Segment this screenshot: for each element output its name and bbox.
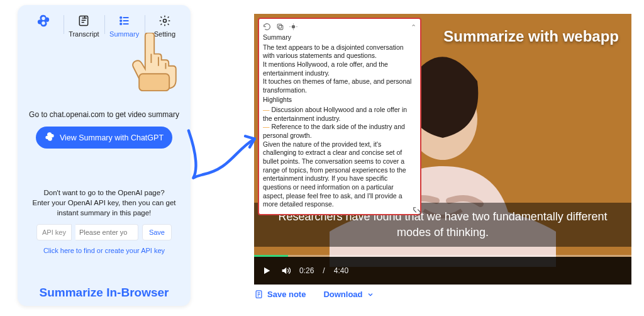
note-icon	[254, 290, 264, 299]
tab-separator	[145, 15, 145, 34]
save-note-link[interactable]: Save note	[254, 290, 306, 299]
refresh-icon[interactable]	[263, 23, 271, 31]
tab-label: Transcript	[69, 30, 99, 38]
mid-instruction: Go to chat.openai.com to get video summa…	[25, 110, 183, 119]
tab-logo[interactable]	[25, 13, 62, 29]
svg-point-1	[120, 17, 121, 18]
openai-mini-icon[interactable]	[289, 23, 297, 31]
tab-separator	[104, 15, 105, 34]
tab-separator	[64, 15, 64, 34]
openai-small-icon	[45, 132, 55, 144]
bullet-text: Discussion about Hollywood and a role of…	[263, 106, 407, 122]
play-icon[interactable]	[262, 266, 272, 276]
summary-overlay-card: ⌃ Summary The text appears to be a disjo…	[258, 18, 421, 215]
svg-point-9	[292, 25, 295, 28]
summary-line: The text appears to be a disjointed conv…	[263, 43, 416, 60]
highlights-heading: Highlights	[263, 96, 416, 104]
bullet-text: Reference to the dark side of the indust…	[263, 123, 405, 139]
view-summary-button[interactable]: View Summary with ChatGPT	[36, 127, 172, 149]
svg-point-3	[120, 23, 121, 25]
openai-logo-icon	[35, 13, 52, 29]
summary-line: It mentions Hollywood, a role offer, and…	[263, 60, 416, 77]
summary-heading: Summary	[263, 33, 416, 42]
api-key-label: API key	[36, 224, 72, 240]
pointing-hand-icon	[127, 33, 187, 93]
video-controls: 0:26 / 4:40	[254, 257, 631, 285]
summary-bullet: — Discussion about Hollywood and a role …	[263, 106, 416, 123]
svg-point-4	[163, 20, 166, 23]
summary-line: It touches on themes of fame, abuse, and…	[263, 77, 416, 94]
collapse-icon[interactable]: ⌃	[411, 23, 416, 31]
time-current: 0:26	[299, 266, 314, 275]
tab-transcript[interactable]: Transcript	[65, 13, 102, 38]
api-key-input[interactable]	[75, 224, 138, 240]
video-overlay-title: Summarize with webapp	[443, 28, 619, 45]
gear-icon	[157, 13, 173, 29]
video-player: Summarize with webapp ⌃ Summary The text…	[254, 14, 631, 285]
download-link[interactable]: Download	[323, 290, 374, 299]
summary-closing: Given the nature of the provided text, i…	[263, 140, 416, 209]
svg-rect-0	[80, 16, 88, 26]
left-footer-title: Summarize In-Browser	[18, 286, 191, 300]
summary-list-icon	[116, 13, 133, 29]
summary-bullet: — Reference to the dark side of the indu…	[263, 123, 416, 140]
expand-icon[interactable]	[411, 205, 423, 217]
volume-icon[interactable]	[280, 266, 291, 276]
svg-point-2	[120, 20, 121, 21]
summary-card-toolbar: ⌃	[263, 23, 416, 31]
api-instruction: Don't want to go to the OpenAI page? Ent…	[25, 188, 183, 224]
link-label: Save note	[267, 290, 306, 299]
link-label: Download	[323, 290, 362, 299]
chevron-down-icon	[367, 291, 374, 298]
time-separator: /	[323, 266, 325, 275]
transcript-icon	[75, 13, 92, 29]
save-api-button[interactable]: Save	[142, 224, 172, 240]
curved-arrow-icon	[175, 120, 263, 195]
api-row: API key Save	[25, 224, 183, 240]
mid-area: Go to chat.openai.com to get video summa…	[25, 110, 183, 149]
copy-icon[interactable]	[276, 23, 284, 31]
button-label: View Summary with ChatGPT	[60, 133, 164, 142]
svg-rect-5	[139, 74, 169, 91]
api-key-area: Don't want to go to the OpenAI page? Ent…	[25, 188, 183, 256]
time-total: 4:40	[334, 266, 348, 275]
svg-rect-8	[277, 24, 282, 28]
find-api-key-link[interactable]: Click here to find or create your API ke…	[43, 247, 165, 254]
below-video-links: Save note Download	[254, 290, 374, 299]
svg-rect-7	[279, 25, 283, 30]
